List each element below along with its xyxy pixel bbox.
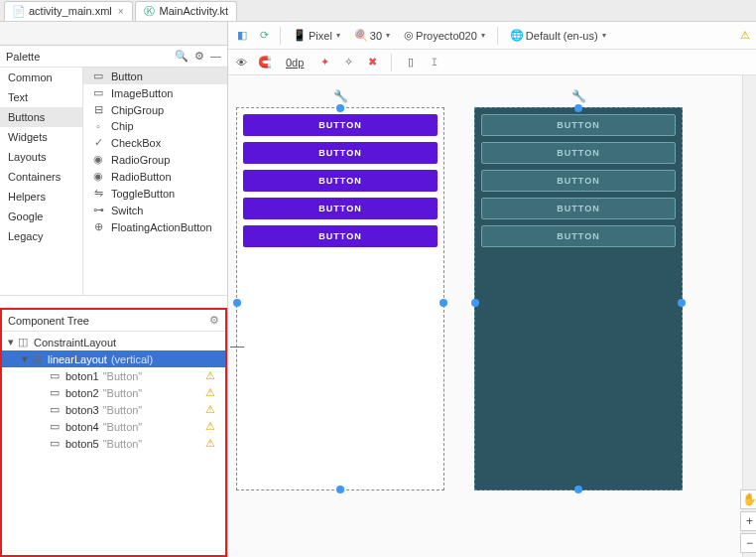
panel-collapse-icon[interactable]: — [230,338,244,353]
widget-label: ChipGroup [111,104,164,116]
design-toolbar-second: 👁 🧲 0dp ✦ ✧ ✖ ▯ 𝙸 [228,50,756,75]
tree-item-boton3[interactable]: ▭ boton3"Button" ⚠ [2,401,225,418]
design-preview[interactable]: BUTTONBUTTONBUTTONBUTTONBUTTON [236,107,444,490]
widget-icon: ▭ [91,70,105,82]
widget-label: ToggleButton [111,188,175,200]
preview-button[interactable]: BUTTON [481,170,676,192]
theme-picker[interactable]: ◎ Proyecto020 [400,27,489,44]
widget-chip[interactable]: ◦Chip [83,118,227,134]
eye-icon[interactable]: 👁 [234,56,248,70]
close-icon[interactable]: × [118,6,124,17]
tree-linearlayout[interactable]: ▾▤ linearLayout(vertical) [2,350,225,367]
preview-button[interactable]: BUTTON [243,198,438,219]
widget-label: Chip [111,120,134,132]
tree-item-boton2[interactable]: ▭ boton2"Button" ⚠ [2,384,225,401]
api-picker[interactable]: 🍭 30 [350,27,394,44]
tab-main-activity[interactable]: Ⓚ MainActivity.kt [135,1,237,21]
tree-item-boton1[interactable]: ▭ boton1"Button" ⚠ [2,367,225,384]
gear-icon[interactable]: ⚙ [209,314,219,327]
palette-category-legacy[interactable]: Legacy [0,226,82,246]
palette-header: Palette 🔍 ⚙ — [0,46,227,68]
design-surface-panel: ◧ ⟳ 📱 Pixel 🍭 30 ◎ Proyecto020 🌐 Default… [228,22,756,557]
tab-label: activity_main.xml [29,5,112,17]
widget-icon: ⇋ [91,187,105,200]
warning-icon: ⚠ [205,403,215,416]
left-panel: Palette 🔍 ⚙ — CommonTextButtonsWidgetsLa… [0,22,228,557]
tree-item-boton4[interactable]: ▭ boton4"Button" ⚠ [2,418,225,435]
tree-root[interactable]: ▾◫ConstraintLayout [2,334,225,350]
magnet-icon[interactable]: 🧲 [258,56,272,70]
widget-label: Switch [111,205,143,216]
preview-button[interactable]: BUTTON [481,225,676,247]
warning-icon: ⚠ [205,420,215,433]
widget-label: ImageButton [111,87,173,99]
wand-icon[interactable]: ✧ [341,56,355,70]
wrench-icon[interactable]: 🔧 [236,89,444,103]
palette-category-google[interactable]: Google [0,207,82,226]
widget-togglebutton[interactable]: ⇋ToggleButton [83,185,227,202]
palette-categories: CommonTextButtonsWidgetsLayoutsContainer… [0,68,83,295]
preview-button[interactable]: BUTTON [243,142,438,164]
kt-file-icon: Ⓚ [144,5,156,17]
device-picker[interactable]: 📱 Pixel [289,27,344,44]
palette-widgets: ▭Button▭ImageButton⊟ChipGroup◦Chip✓Check… [83,68,227,295]
gear-icon[interactable]: ⚙ [194,50,204,63]
wrench-icon[interactable]: 🔧 [474,89,683,103]
editor-tabs: 📄 activity_main.xml × Ⓚ MainActivity.kt [0,0,756,22]
guideline-icon[interactable]: 𝙸 [428,56,441,70]
warning-icon[interactable]: ⚠ [740,29,750,42]
tab-activity-main[interactable]: 📄 activity_main.xml × [4,1,133,21]
locale-picker[interactable]: 🌐 Default (en-us) [506,27,610,44]
align-icon[interactable]: ▯ [404,56,418,70]
warning-icon: ⚠ [205,369,215,382]
palette-category-common[interactable]: Common [0,68,82,87]
preview-button[interactable]: BUTTON [243,114,438,136]
widget-imagebutton[interactable]: ▭ImageButton [83,84,227,101]
widget-icon: ▭ [91,86,105,99]
widget-button[interactable]: ▭Button [83,68,227,84]
widget-icon: ⊶ [91,204,105,216]
widget-label: RadioButton [111,171,172,183]
sx-icon[interactable]: ✦ [317,56,331,70]
preview-button[interactable]: BUTTON [481,114,676,136]
palette-category-widgets[interactable]: Widgets [0,127,82,147]
widget-label: RadioGroup [111,154,170,166]
zoom-out-button[interactable]: − [740,533,757,553]
palette-category-buttons[interactable]: Buttons [0,107,82,127]
widget-chipgroup[interactable]: ⊟ChipGroup [83,101,227,118]
xml-file-icon: 📄 [13,5,25,17]
widget-checkbox[interactable]: ✓CheckBox [83,134,227,151]
zoom-in-button[interactable]: + [740,511,757,531]
widget-radiobutton[interactable]: ◉RadioButton [83,168,227,185]
palette-category-containers[interactable]: Containers [0,167,82,187]
palette-category-helpers[interactable]: Helpers [0,187,82,207]
zoom-gutter: ✋ + − [742,75,756,557]
warning-icon: ⚠ [205,386,215,399]
component-tree-panel: Component Tree ⚙ ▾◫ConstraintLayout ▾▤ l… [0,308,227,557]
widget-icon: ◦ [91,120,105,132]
preview-button[interactable]: BUTTON [481,198,676,219]
minimize-icon[interactable]: — [210,50,221,63]
clear-icon[interactable]: ✖ [365,56,379,70]
widget-icon: ⊕ [91,220,105,233]
widget-switch[interactable]: ⊶Switch [83,202,227,218]
widget-label: FloatingActionButton [111,221,212,233]
preview-button[interactable]: BUTTON [481,142,676,164]
widget-icon: ✓ [91,136,105,149]
widget-radiogroup[interactable]: ◉RadioGroup [83,151,227,168]
palette-category-text[interactable]: Text [0,87,82,107]
widget-floatingactionbutton[interactable]: ⊕FloatingActionButton [83,218,227,235]
tab-label: MainActivity.kt [160,5,228,17]
pan-button[interactable]: ✋ [740,489,757,509]
preview-button[interactable]: BUTTON [243,170,438,192]
search-icon[interactable]: 🔍 [175,50,189,63]
palette-category-layouts[interactable]: Layouts [0,147,82,167]
preview-button[interactable]: BUTTON [243,225,438,247]
default-margin[interactable]: 0dp [282,55,308,70]
widget-icon: ◉ [91,170,105,183]
warning-icon: ⚠ [205,437,215,450]
design-surface-icon[interactable]: ◧ [234,28,250,44]
tree-item-boton5[interactable]: ▭ boton5"Button" ⚠ [2,435,225,452]
blueprint-preview[interactable]: BUTTONBUTTONBUTTONBUTTONBUTTON [474,107,683,490]
orientation-icon[interactable]: ⟳ [256,28,272,44]
